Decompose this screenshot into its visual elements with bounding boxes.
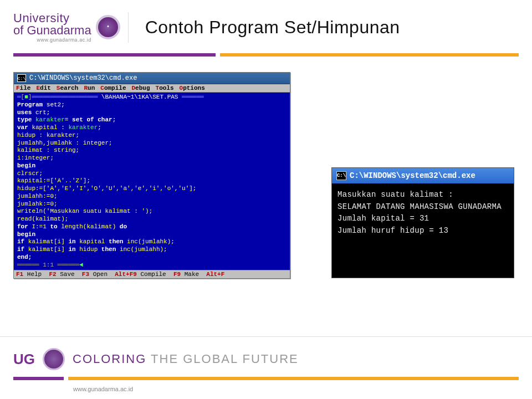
pascal-editor-window: C:\ C:\WINDOWS\system32\cmd.exe File Edi… [13, 72, 290, 279]
editor-titlebar: C:\ C:\WINDOWS\system32\cmd.exe [14, 73, 290, 84]
menu-debug[interactable]: Debug [132, 85, 150, 91]
editor-statusbar: F1 Help F2 Save F3 Open Alt+F9 Compile F… [14, 270, 290, 278]
slide-header: University of Gunadarma www.gunadarma.ac… [0, 0, 532, 50]
menu-options[interactable]: Options [180, 85, 205, 91]
university-logo: University of Gunadarma www.gunadarma.ac… [13, 12, 129, 43]
logo-line2: of Gunadarma [13, 24, 91, 37]
output-title: C:\WINDOWS\system32\cmd.exe [350, 171, 475, 180]
editor-code-area[interactable]: ═[■]══════════════════ \BAHANA~1\1KA\SET… [14, 93, 290, 270]
menu-compile[interactable]: Compile [100, 85, 126, 91]
slide-content: C:\ C:\WINDOWS\system32\cmd.exe File Edi… [0, 57, 532, 317]
output-console-window: C:\ C:\WINDOWS\system32\cmd.exe Masukkan… [331, 167, 514, 278]
slide-footer: UG COLORING THE GLOBAL FUTURE www.gunada… [0, 336, 532, 399]
ug-badge: UG [13, 351, 35, 368]
cmd-icon: C:\ [17, 74, 26, 82]
footer-tagline: COLORING THE GLOBAL FUTURE [73, 352, 299, 366]
editor-menubar: File Edit Search Run Compile Debug Tools… [14, 84, 290, 93]
menu-search[interactable]: Search [57, 85, 79, 91]
logo-url: www.gunadarma.ac.id [13, 38, 91, 43]
footer-url: www.gunadarma.ac.id [73, 386, 519, 392]
footer-separator [13, 377, 519, 380]
menu-edit[interactable]: Edit [36, 85, 50, 91]
editor-title: C:\WINDOWS\system32\cmd.exe [29, 74, 137, 82]
ug-seal-icon [43, 348, 65, 370]
output-body: Masukkan suatu kalimat : SELAMAT DATANG … [332, 183, 514, 278]
university-seal-icon [96, 15, 120, 39]
slide-title: Contoh Program Set/Himpunan [145, 17, 400, 38]
output-titlebar: C:\ C:\WINDOWS\system32\cmd.exe [332, 168, 514, 183]
menu-file[interactable]: File [16, 85, 30, 91]
cmd-icon: C:\ [336, 171, 346, 180]
menu-run[interactable]: Run [84, 85, 95, 91]
logo-line1: University [13, 12, 91, 24]
menu-tools[interactable]: Tools [156, 85, 174, 91]
